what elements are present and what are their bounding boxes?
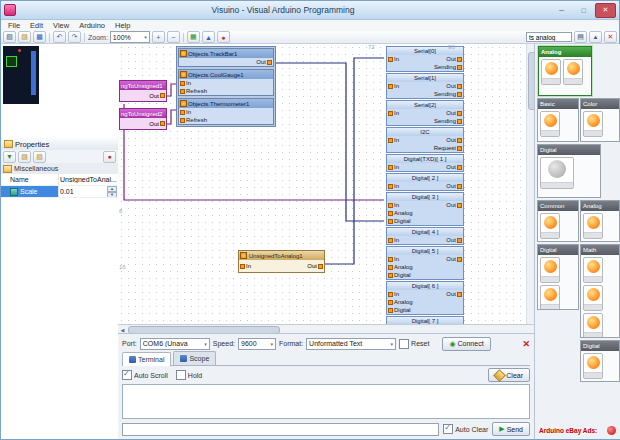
toolbox-category[interactable]: Analog	[580, 200, 620, 242]
autoscroll-checkbox[interactable]: Auto Scroll	[122, 370, 168, 380]
menu-item-help[interactable]: Help	[110, 21, 135, 30]
menu-item-arduino[interactable]: Arduino	[74, 21, 110, 30]
ad-icon[interactable]	[607, 426, 616, 435]
pin-request[interactable]: Request	[434, 145, 462, 151]
format-select[interactable]: Unformatted Text▾	[306, 338, 396, 350]
pin-analog[interactable]: Analog	[388, 264, 413, 270]
pin-out[interactable]: Out	[446, 83, 462, 89]
pin-analog[interactable]: Analog	[388, 299, 413, 305]
toolbox-category[interactable]: Analog	[538, 46, 592, 96]
pin-analog[interactable]: Analog	[388, 210, 413, 216]
alphabetical-view-icon[interactable]: ▧	[33, 151, 46, 163]
connect-button[interactable]: ◉ Connect	[442, 337, 490, 351]
toolbox-category-label[interactable]: Math	[581, 245, 619, 255]
component-card[interactable]	[583, 313, 603, 338]
maximize-button[interactable]: □	[573, 3, 594, 18]
send-input[interactable]	[122, 423, 439, 436]
pin-out[interactable]: Out	[446, 56, 462, 62]
component-trackbar[interactable]: Objects.TrackBar1 Out	[178, 48, 274, 67]
expand-all-icon[interactable]: ▴	[589, 31, 602, 43]
board-icon[interactable]: ▦	[187, 31, 200, 43]
toolbox-category[interactable]: Color	[580, 98, 620, 142]
component-coolgauge[interactable]: Objects.CoolGauge1 In Refresh	[178, 69, 274, 96]
component-card[interactable]	[583, 257, 603, 283]
port-error-icon[interactable]: ✕	[522, 339, 530, 349]
toolbox-category-label[interactable]: Analog	[539, 47, 591, 57]
property-row-scale[interactable]: Scale0.01▲▼	[1, 186, 118, 198]
toolbox-category[interactable]: Basic	[537, 98, 579, 142]
toolbox-category-label[interactable]: Digital	[538, 145, 600, 155]
speed-select[interactable]: 9600▾	[238, 338, 276, 350]
pin-digital[interactable]: Digital	[388, 218, 411, 224]
undo-icon[interactable]: ↶	[53, 31, 66, 43]
hold-checkbox[interactable]: Hold	[176, 370, 202, 380]
port-select[interactable]: COM6 (Unava▾	[140, 338, 210, 350]
toolbox-category[interactable]: Common	[537, 200, 579, 242]
pin-in[interactable]: In	[388, 183, 399, 189]
value-spinner[interactable]: ▲▼	[107, 186, 117, 197]
component-card[interactable]	[583, 111, 603, 137]
clear-search-icon[interactable]: ✕	[604, 31, 617, 43]
menu-item-file[interactable]: File	[3, 21, 25, 30]
pin-sending[interactable]: Sending	[434, 91, 462, 97]
board-item[interactable]: Digital[ 4 ]InOut	[386, 227, 464, 245]
pin-in[interactable]: In	[388, 137, 399, 143]
open-file-icon[interactable]: ▨	[18, 31, 31, 43]
pin-in[interactable]: In	[388, 56, 399, 62]
board-item[interactable]: I2CInOutRequest	[386, 127, 464, 153]
clear-button[interactable]: Clear	[488, 368, 530, 382]
component-card[interactable]	[563, 59, 583, 85]
component-unsignedtoanalog[interactable]: UnsignedToAnalog1 In Out	[238, 250, 325, 273]
pin-in[interactable]	[180, 81, 185, 86]
send-button[interactable]: ▶ Send	[492, 422, 530, 436]
pin-out[interactable]: Out	[446, 237, 462, 243]
zoom-select[interactable]: 100%▾	[110, 31, 150, 43]
toolbox-category[interactable]: Digital	[537, 244, 579, 310]
new-file-icon[interactable]: ▧	[3, 31, 16, 43]
pin-refresh[interactable]	[180, 118, 185, 123]
component-card[interactable]	[540, 285, 560, 310]
pin-in[interactable]: In	[388, 202, 399, 208]
pin-out[interactable]: Out	[446, 202, 462, 208]
pin-out[interactable]	[160, 121, 165, 126]
pin-refresh[interactable]	[180, 89, 185, 94]
pin-in[interactable]	[180, 110, 185, 115]
pin-out[interactable]	[267, 60, 272, 65]
component-unsigned1[interactable]: ngToUnsigned1 Out	[119, 80, 167, 102]
pin-in[interactable]: In	[388, 291, 399, 297]
sort-icon[interactable]: ▼	[3, 151, 16, 163]
board-item[interactable]: Digital[ 2 ]InOut	[386, 173, 464, 191]
pin-out[interactable]: Out	[446, 110, 462, 116]
filter-icon[interactable]: ▤	[574, 31, 587, 43]
board-item[interactable]: Digital[ 7 ]InOut	[386, 316, 464, 324]
pin-out[interactable]	[160, 93, 165, 98]
stop-icon[interactable]: ●	[217, 31, 230, 43]
toolbox-category-label[interactable]: Analog	[581, 201, 619, 211]
component-search-input[interactable]	[526, 32, 572, 42]
pin-in[interactable]: In	[388, 237, 399, 243]
component-unsigned2[interactable]: ngToUnsigned2 Out	[119, 108, 167, 130]
component-card[interactable]	[583, 213, 603, 239]
pin-in[interactable]	[240, 264, 245, 269]
toolbox-category-label[interactable]: Common	[538, 201, 578, 211]
pin-out[interactable]	[318, 264, 323, 269]
pin-icon[interactable]: ●	[103, 151, 116, 163]
board-item[interactable]: Digital(TXD)[ 1 ]InOut	[386, 154, 464, 172]
pin-out[interactable]: Out	[446, 164, 462, 170]
objects-group[interactable]: Objects.TrackBar1 Out Objects.CoolGauge1…	[176, 46, 276, 127]
reset-checkbox[interactable]: Reset	[399, 339, 429, 349]
pin-in[interactable]: In	[388, 110, 399, 116]
toolbox-category[interactable]: Digital	[537, 144, 601, 198]
component-card[interactable]	[540, 111, 560, 137]
board-item[interactable]: Serial[2]InOutSending	[386, 100, 464, 126]
menu-item-view[interactable]: View	[48, 21, 74, 30]
component-card[interactable]	[540, 257, 560, 283]
category-view-icon[interactable]: ▨	[18, 151, 31, 163]
menu-item-edit[interactable]: Edit	[25, 21, 48, 30]
pin-sending[interactable]: Sending	[434, 118, 462, 124]
board-item[interactable]: Digital[ 5 ]InOutAnalogDigital	[386, 246, 464, 280]
board-item[interactable]: Digital[ 3 ]InOutAnalogDigital	[386, 192, 464, 226]
terminal-output[interactable]	[122, 384, 530, 419]
overview-panel[interactable]	[1, 44, 118, 139]
pin-out[interactable]: Out	[446, 137, 462, 143]
